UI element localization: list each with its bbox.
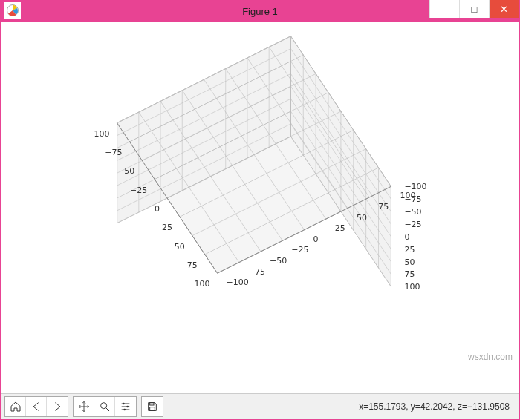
svg-text:−75: −75 — [248, 267, 265, 277]
svg-text:−100: −100 — [227, 278, 249, 287]
svg-text:25: 25 — [162, 223, 172, 232]
svg-text:0: 0 — [313, 234, 319, 244]
app-window: Figure 1 – □ ✕ −100−75−50−250255075100−1… — [0, 0, 520, 420]
toolbar-group-nav — [4, 396, 68, 417]
svg-text:50: 50 — [404, 257, 415, 267]
svg-rect-93 — [150, 407, 155, 410]
svg-text:100: 100 — [195, 279, 210, 289]
home-button[interactable] — [5, 397, 26, 416]
svg-point-91 — [123, 408, 126, 410]
app-icon — [4, 2, 21, 19]
forward-button[interactable] — [47, 397, 68, 416]
svg-text:−50: −50 — [270, 256, 287, 266]
svg-point-89 — [123, 402, 125, 404]
axes-3d: −100−75−50−250255075100−100−75−50−250255… — [1, 22, 519, 393]
svg-text:−75: −75 — [404, 194, 421, 204]
svg-text:−100: −100 — [87, 129, 109, 139]
save-icon — [146, 401, 158, 413]
subplots-button[interactable] — [115, 397, 136, 416]
svg-text:−25: −25 — [404, 220, 421, 229]
svg-point-90 — [126, 405, 129, 407]
zoom-icon — [99, 401, 111, 413]
svg-text:−50: −50 — [117, 166, 134, 176]
home-icon — [10, 401, 22, 413]
svg-text:100: 100 — [404, 282, 420, 292]
titlebar[interactable]: Figure 1 – □ ✕ — [1, 0, 519, 22]
svg-text:−75: −75 — [105, 148, 122, 157]
svg-text:0: 0 — [404, 232, 409, 242]
svg-text:50: 50 — [175, 242, 185, 252]
svg-text:75: 75 — [404, 269, 415, 279]
plot-canvas[interactable]: −100−75−50−250255075100−100−75−50−250255… — [1, 22, 519, 393]
svg-point-88 — [100, 402, 106, 408]
svg-text:−50: −50 — [404, 207, 421, 217]
svg-rect-92 — [150, 402, 154, 404]
pan-button[interactable] — [74, 397, 94, 416]
window-title: Figure 1 — [242, 6, 278, 17]
svg-text:25: 25 — [404, 245, 415, 255]
arrow-right-icon — [51, 401, 63, 413]
svg-text:25: 25 — [335, 223, 345, 233]
maximize-button[interactable]: □ — [459, 0, 489, 18]
svg-text:0: 0 — [155, 204, 160, 214]
svg-text:−25: −25 — [130, 186, 147, 195]
minimize-button[interactable]: – — [429, 0, 459, 18]
svg-text:50: 50 — [357, 213, 367, 223]
arrow-left-icon — [30, 401, 42, 413]
save-button[interactable] — [142, 397, 163, 416]
back-button[interactable] — [26, 397, 47, 416]
svg-text:−25: −25 — [291, 245, 308, 255]
window-controls: – □ ✕ — [429, 0, 519, 18]
toolbar: x=155.1793, y=42.2042, z=−131.9508 — [1, 393, 519, 419]
svg-text:−100: −100 — [404, 182, 426, 191]
svg-text:75: 75 — [378, 202, 389, 211]
toolbar-group-save — [141, 396, 163, 417]
move-icon — [78, 401, 90, 413]
zoom-button[interactable] — [94, 397, 115, 416]
close-button[interactable]: ✕ — [489, 0, 519, 18]
sliders-icon — [120, 401, 131, 413]
toolbar-group-view — [73, 396, 137, 417]
matplotlib-icon — [6, 4, 19, 17]
svg-text:75: 75 — [187, 260, 198, 270]
status-coordinates: x=155.1793, y=42.2042, z=−131.9508 — [359, 401, 516, 412]
